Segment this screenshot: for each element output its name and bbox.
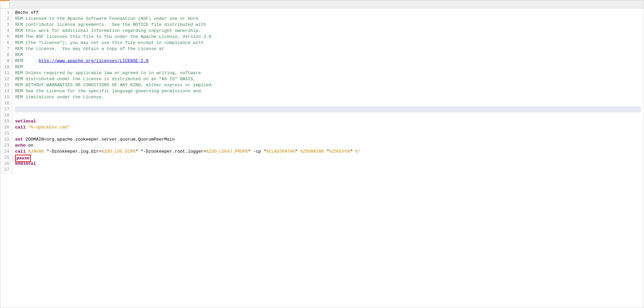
code-line: setlocal [15,118,641,124]
editor-tab[interactable] [0,0,9,8]
tab-bar [0,0,644,8]
string-value: "%~dp0zkEnv.cmd" [28,125,70,130]
line-number: 5 [3,34,9,40]
rem-comment: REM contributor license agreements. See … [15,22,206,27]
env-variable: %ZOOMAIN% [300,149,324,154]
line-number: 8 [3,52,9,58]
code-text [25,125,28,130]
code-line: REM Licensed to the Apache Software Foun… [15,16,641,22]
line-number: 18 [3,112,9,118]
rem-comment: REM (the "License"); you may not use thi… [15,40,204,45]
rem-comment: REM limitations under the License. [15,95,104,100]
line-number: 26 [3,161,9,167]
keyword: endlocal [15,161,36,166]
rem-comment: REM Unless required by applicable law or… [15,70,201,75]
code-line [15,100,641,106]
rem-comment: REM [15,58,39,63]
code-line [15,112,641,118]
code-line: REM Unless required by applicable law or… [15,70,641,76]
code-line: REM limitations under the License. [15,94,641,100]
code-line: call %JAVA% "-Dzookeeper.log.dir=%ZOO_LO… [15,149,641,155]
code-text: @echo off [15,10,39,15]
code-line: @echo off [15,10,641,16]
code-text: " [350,149,356,154]
keyword-call: call [15,125,25,130]
code-line: endlocal [15,161,641,167]
line-number: 2 [3,16,9,22]
rem-comment: REM The ASF licenses this file to You un… [15,34,211,39]
code-line: REM this work for additional information… [15,28,641,34]
line-number: 1 [3,10,9,16]
code-text: " [324,149,329,154]
line-number: 11 [3,70,9,76]
code-text: "-Dzookeeper.log.dir= [44,149,102,154]
rem-comment: REM Licensed to the Apache Software Foun… [15,16,198,21]
code-line: pause [15,155,641,161]
code-text: " [295,149,301,154]
code-line: REM [15,64,641,70]
code-line: REM See the License for the specific lan… [15,88,641,94]
line-number: 19 [3,118,9,124]
line-number: 14 [3,88,9,94]
line-number: 13 [3,82,9,88]
code-text: on [25,143,33,148]
keyword-set: set [15,137,23,142]
line-number: 27 [3,167,9,173]
rem-comment: REM the License. You may obtain a copy o… [15,46,164,51]
code-line: REM (the "License"); you may not use thi… [15,40,641,46]
line-number: 6 [3,40,9,46]
code-text: ZOOMAIN=org.apache.zookeeper.server.quor… [23,137,174,142]
env-variable: %ZOO_LOG_DIR% [101,149,135,154]
env-variable: %JAVA% [28,149,44,154]
code-line: REM contributor license agreements. See … [15,22,641,28]
code-line: REM http://www.apache.org/licenses/LICEN… [15,58,641,64]
rem-comment: REM this work for additional information… [15,28,201,33]
code-text [25,149,28,154]
line-number: 22 [3,137,9,143]
env-variable: %ZOO_LOG4J_PROP% [206,149,248,154]
line-number: 24 [3,149,9,155]
line-number: 16 [3,100,9,106]
line-number: 20 [3,124,9,131]
line-numbers: 1234567891011121314151617181920212223242… [0,8,12,174]
line-number: 15 [3,94,9,100]
keyword: setlocal [15,119,36,124]
line-number: 9 [3,58,9,64]
keyword-pause: pause [15,156,31,161]
code-text: " -cp " [248,149,266,154]
line-number: 23 [3,143,9,149]
line-number: 17 [3,106,9,112]
rem-comment: REM See the License for the specific lan… [15,89,201,94]
rem-comment: REM [15,52,23,57]
line-number: 21 [3,131,9,137]
line-number: 7 [3,46,9,52]
code-text: " "-Dzookeeper.root.logger= [136,149,206,154]
code-line [15,167,641,173]
env-variable: %CLASSPATH% [266,149,295,154]
code-line: REM [15,52,641,58]
line-number: 3 [3,22,9,28]
env-variable: %ZOOCFG% [329,149,350,154]
code-line: REM distributed under the License is dis… [15,76,641,82]
editor-window: 1234567891011121314151617181920212223242… [0,0,644,308]
code-line: REM The ASF licenses this file to You un… [15,34,641,40]
code-line: echo on [15,143,641,149]
line-number: 12 [3,76,9,82]
code-line: call "%~dp0zkEnv.cmd" [15,124,641,131]
code-line: set ZOOMAIN=org.apache.zookeeper.server.… [15,137,641,143]
keyword-echo: echo [15,143,25,148]
rem-comment: REM WITHOUT WARRANTIES OR CONDITIONS OF … [15,83,214,88]
line-number: 10 [3,64,9,70]
code-content[interactable]: @echo offREM Licensed to the Apache Soft… [12,8,644,174]
rem-comment: REM [15,64,23,69]
env-variable: %* [355,149,361,154]
license-link[interactable]: http://www.apache.org/licenses/LICENSE-2… [39,58,149,63]
tab-close-button[interactable] [4,4,6,5]
rem-comment: REM distributed under the License is dis… [15,76,196,82]
line-number: 25 [3,155,9,161]
line-number: 4 [3,28,9,34]
code-line: REM the License. You may obtain a copy o… [15,46,641,52]
code-line [15,106,641,112]
code-line: REM WITHOUT WARRANTIES OR CONDITIONS OF … [15,82,641,88]
code-line [15,131,641,137]
